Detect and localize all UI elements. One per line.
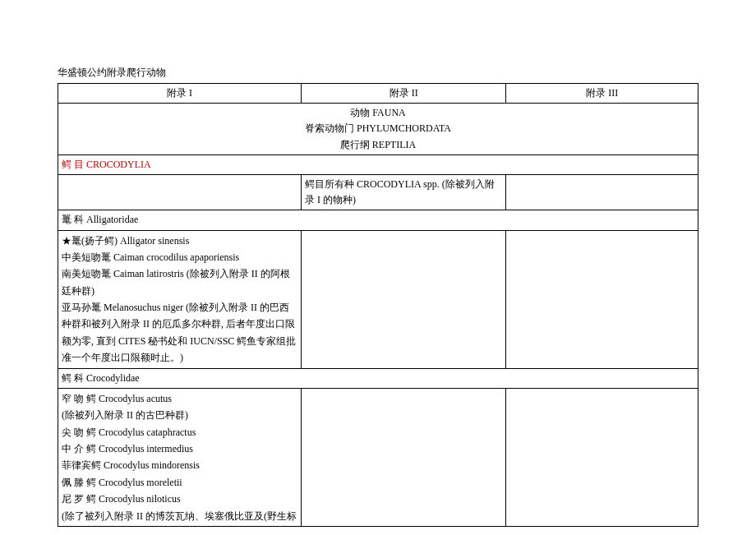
- list-item: 中 介 鳄 Crocodylus intermedius: [62, 440, 297, 457]
- list-item: 南美短吻鼍 Caiman latirostris (除被列入附录 II 的阿根廷…: [62, 265, 297, 299]
- list-item: (除了被列入附录 II 的博茨瓦纳、埃塞俄比亚及(野生标: [62, 508, 297, 524]
- list-item: (除被列入附录 II 的古巴种群): [62, 407, 297, 423]
- header-appendix-3: 附录 III: [506, 84, 698, 104]
- order-appendix2-cell: 鳄目所有种 CROCODYLIA spp. (除被列入附录 I 的物种): [302, 174, 506, 210]
- family1-appendix1-cell: ★鼍(扬子鳄) Alligator sinensis 中美短吻鼍 Caiman …: [58, 230, 302, 368]
- list-item: 菲律宾鳄 Crocodylus mindorensis: [62, 457, 297, 473]
- list-item: 尖 吻 鳄 Crocodylus cataphractus: [62, 424, 297, 440]
- family2-content-row: 窄 吻 鳄 Crocodylus acutus (除被列入附录 II 的古巴种群…: [58, 388, 698, 526]
- order-appendix1-cell: [58, 174, 302, 210]
- header-appendix-2: 附录 II: [302, 84, 506, 104]
- order-row: 鳄 目 CROCODYLIA: [58, 155, 698, 174]
- document-title: 华盛顿公约附录爬行动物: [58, 66, 698, 80]
- list-item: ★鼍(扬子鳄) Alligator sinensis: [62, 233, 297, 249]
- kingdom-label: 动物 FAUNA: [62, 105, 694, 121]
- order-species-row: 鳄目所有种 CROCODYLIA spp. (除被列入附录 I 的物种): [58, 174, 698, 210]
- class-label: 爬行纲 REPTILIA: [62, 137, 694, 153]
- taxonomy-row: 动物 FAUNA 脊索动物门 PHYLUMCHORDATA 爬行纲 REPTIL…: [58, 104, 698, 155]
- list-item: 佩 滕 鳄 Crocodylus moreletii: [62, 474, 297, 491]
- family1-header-row: 鼍 科 Alligatoridae: [58, 210, 698, 230]
- phylum-label: 脊索动物门 PHYLUMCHORDATA: [62, 121, 694, 136]
- family2-header-row: 鳄 科 Crocodylidae: [58, 368, 698, 388]
- list-item: 亚马孙鼍 Melanosuchus niger (除被列入附录 II 的巴西种群…: [62, 299, 297, 367]
- list-item: 尼 罗 鳄 Crocodylus niloticus: [62, 491, 297, 507]
- family2-appendix3-cell: [506, 388, 698, 526]
- order-label: 鳄 目 CROCODYLIA: [58, 155, 698, 174]
- family1-label: 鼍 科 Alligatoridae: [58, 210, 698, 230]
- family2-label: 鳄 科 Crocodylidae: [58, 368, 698, 388]
- cites-table: 附录 I 附录 II 附录 III 动物 FAUNA 脊索动物门 PHYLUMC…: [58, 83, 698, 527]
- family1-appendix2-cell: [302, 230, 506, 368]
- header-row: 附录 I 附录 II 附录 III: [58, 84, 698, 104]
- header-appendix-1: 附录 I: [58, 84, 302, 104]
- family1-content-row: ★鼍(扬子鳄) Alligator sinensis 中美短吻鼍 Caiman …: [58, 230, 698, 368]
- order-appendix3-cell: [506, 174, 698, 210]
- family2-appendix1-cell: 窄 吻 鳄 Crocodylus acutus (除被列入附录 II 的古巴种群…: [58, 388, 302, 526]
- family1-appendix3-cell: [506, 230, 698, 368]
- taxonomy-cell: 动物 FAUNA 脊索动物门 PHYLUMCHORDATA 爬行纲 REPTIL…: [58, 104, 698, 155]
- family2-appendix2-cell: [302, 388, 506, 526]
- list-item: 中美短吻鼍 Caiman crocodilus apaporiensis: [62, 249, 297, 265]
- list-item: 窄 吻 鳄 Crocodylus acutus: [62, 390, 297, 407]
